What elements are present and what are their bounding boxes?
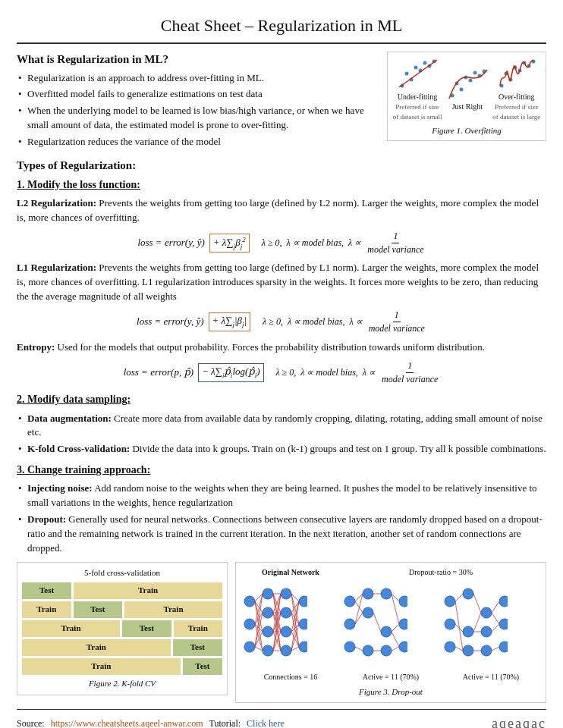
- section-2-list: Data augmentation: Create more data from…: [17, 412, 546, 457]
- svg-line-102: [392, 594, 399, 624]
- svg-point-81: [344, 642, 355, 652]
- net-dropout2-sublabel: Active = 11 (70%): [441, 672, 541, 683]
- kfold-title: K-fold Cross-validation:: [27, 443, 130, 454]
- entropy-conditions: λ ≥ 0, λ ∝ model bias, λ ∝: [276, 366, 376, 379]
- l1-lambda-box: + λ∑j|βj|: [209, 312, 251, 331]
- svg-line-126: [492, 647, 499, 651]
- svg-point-29: [263, 607, 273, 618]
- kfold-row-1: Test Train: [22, 582, 222, 599]
- l1-title: L1 Regularization:: [17, 262, 96, 273]
- intro-bullet-1: Regularization is an approach to address…: [17, 71, 378, 86]
- justright-chart: Just Right: [446, 67, 489, 113]
- net-label-2: Dropout-ratio = 30%: [341, 567, 541, 579]
- dropout-net2-svg: [441, 582, 508, 666]
- svg-point-82: [363, 588, 373, 599]
- data-aug-item: Data augmentation: Create more data from…: [17, 412, 546, 441]
- l2-formula: loss = error(y, ŷ) + λ∑jβj2 λ ≥ 0, λ ∝ m…: [17, 230, 546, 257]
- svg-point-30: [263, 626, 273, 637]
- entropy-block: Entropy: Used for the models that output…: [17, 340, 546, 387]
- l2-frac: 1 model variance: [366, 230, 425, 257]
- svg-point-5: [423, 61, 427, 64]
- noise-item: Injecting noise: Add random noise to the…: [17, 482, 546, 510]
- svg-point-3: [414, 65, 418, 69]
- svg-line-125: [492, 624, 499, 632]
- svg-point-110: [481, 607, 492, 618]
- dropout-net1-svg: [341, 582, 407, 666]
- l2-formula-inner: loss = error(y, ŷ) + λ∑jβj2 λ ≥ 0, λ ∝ m…: [137, 230, 425, 257]
- svg-point-84: [363, 645, 373, 656]
- kfold-r2-test: Test: [74, 601, 123, 618]
- kfold-figure-caption: Figure 2. K-fold CV: [22, 678, 222, 690]
- section-3-list: Injecting noise: Add random noise to the…: [17, 482, 546, 555]
- source-bar: Source: https://www.cheatsheets.aqeel-an…: [17, 709, 546, 728]
- underfitting-sublabel: Preferred if sizeof dataset is small: [393, 102, 442, 122]
- intro-heading: What is Regularization in ML?: [17, 52, 378, 68]
- kfold-r3-train2: Train: [174, 620, 223, 637]
- entropy-frac: 1 model variance: [380, 359, 439, 387]
- types-heading: Types of Regularization:: [17, 158, 546, 174]
- source-url-link[interactable]: https://www.cheatsheets.aqeel-anwar.com: [51, 717, 203, 728]
- svg-point-26: [244, 619, 255, 629]
- l2-loss: loss = error(y, ŷ): [137, 236, 204, 250]
- svg-line-118: [455, 647, 463, 651]
- section-1-heading: 1. Modify the loss function:: [17, 177, 546, 193]
- dropout-text: Generally used for neural networks. Conn…: [27, 513, 543, 554]
- svg-point-109: [463, 645, 473, 656]
- tutorial-link[interactable]: Click here: [247, 717, 285, 728]
- kfold-figure: 5-fold cross-validation Test Train Train…: [17, 562, 228, 695]
- underfitting-chart: Under-fitting Preferred if sizeof datase…: [393, 57, 442, 123]
- svg-point-105: [445, 619, 455, 629]
- net-original: Connections = 16: [241, 582, 341, 682]
- svg-point-113: [499, 596, 508, 607]
- svg-point-11: [459, 87, 463, 91]
- section-3-heading: 3. Change training approach:: [17, 463, 546, 478]
- dropout-title: Dropout:: [27, 513, 66, 525]
- intro-section: What is Regularization in ML? Regulariza…: [17, 52, 546, 152]
- figure-1-caption: Figure 1. Overfitting: [391, 125, 543, 137]
- net-dropout-2: Active = 11 (70%): [441, 582, 541, 682]
- kfold-figure-title: 5-fold cross-validation: [22, 567, 222, 579]
- kfold-text: Divide the data into k groups. Train on …: [132, 443, 546, 454]
- section-2: 2. Modify data sampling: Data augmentati…: [17, 392, 546, 457]
- entropy-lambda-box: − λ∑ip̂ilog(p̂i): [198, 363, 263, 382]
- kfold-r2-train2: Train: [124, 601, 222, 618]
- svg-point-88: [399, 596, 407, 607]
- intro-bullet-3: When the underlying model to be learned …: [17, 104, 378, 133]
- intro-text: What is Regularization in ML? Regulariza…: [17, 52, 378, 152]
- svg-line-120: [473, 594, 481, 613]
- figures-row: 5-fold cross-validation Test Train Train…: [17, 562, 546, 704]
- svg-point-80: [344, 619, 355, 629]
- l1-conditions: λ ≥ 0, λ ∝ model bias, λ ∝: [263, 315, 363, 328]
- dropout-item: Dropout: Generally used for neural netwo…: [17, 513, 546, 556]
- net-label-1: Original Network: [241, 567, 341, 579]
- section-2-heading: 2. Modify data sampling:: [17, 392, 546, 407]
- svg-point-14: [473, 71, 477, 74]
- svg-point-90: [399, 642, 407, 652]
- underfitting-label: Under-fitting: [393, 92, 442, 103]
- svg-point-87: [381, 645, 392, 656]
- logo: aqeaqac: [492, 714, 546, 728]
- l1-text: L1 Regularization: Prevents the weights …: [17, 261, 546, 304]
- svg-point-27: [244, 642, 255, 652]
- dropout-headers: Original Network Dropout-ratio = 30%: [241, 567, 541, 580]
- kfold-r3-train1: Train: [22, 620, 120, 637]
- kfold-r1-test: Test: [22, 582, 71, 599]
- svg-point-104: [445, 596, 455, 607]
- svg-point-86: [381, 626, 392, 637]
- l1-loss: loss = error(y, ŷ): [137, 315, 203, 329]
- l2-title: L2 Regularization:: [17, 197, 96, 209]
- l1-formula: loss = error(y, ŷ) + λ∑j|βj| λ ≥ 0, λ ∝ …: [17, 309, 546, 336]
- svg-point-38: [299, 642, 307, 652]
- svg-line-100: [392, 624, 399, 632]
- svg-point-114: [499, 619, 508, 629]
- l2-conditions: λ ≥ 0, λ ∝ model bias, λ ∝: [262, 237, 362, 249]
- svg-line-103: [392, 632, 399, 647]
- kfold-r1-train: Train: [74, 582, 222, 599]
- kfold-row-4: Train Test: [22, 639, 222, 656]
- intro-bullets: Regularization is an approach to address…: [17, 71, 378, 149]
- svg-line-124: [492, 601, 499, 613]
- entropy-text: Entropy: Used for the models that output…: [17, 340, 546, 355]
- svg-point-106: [445, 642, 455, 652]
- data-aug-title: Data augmentation:: [27, 413, 112, 424]
- net-dropout-1: Active = 11 (70%): [341, 582, 441, 682]
